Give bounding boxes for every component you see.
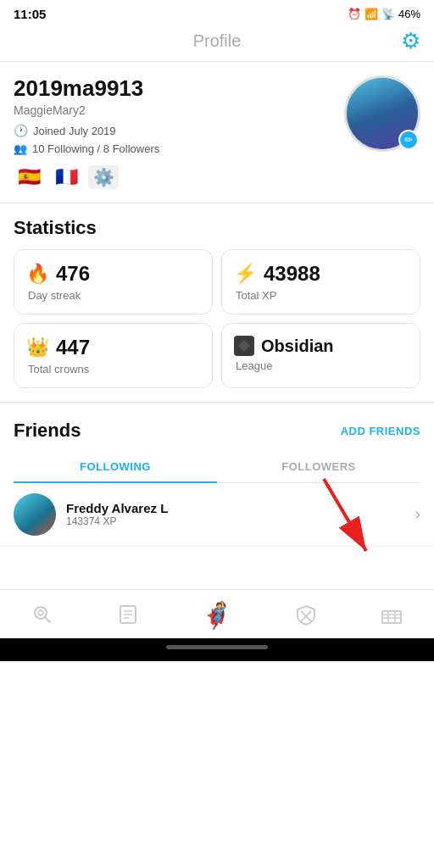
stat-card-crowns: 👑 447 Total crowns bbox=[14, 323, 213, 388]
shield-icon bbox=[294, 603, 318, 626]
wifi-icon: 📶 bbox=[364, 8, 378, 20]
stat-card-xp: ⚡ 43988 Total XP bbox=[221, 249, 420, 314]
username: 2019ma9913 bbox=[14, 75, 344, 102]
crowns-label: Total crowns bbox=[26, 363, 200, 376]
join-date: Joined July 2019 bbox=[33, 125, 116, 137]
friends-header: Friends ADD FRIENDS bbox=[0, 416, 434, 452]
friends-section: Friends ADD FRIENDS FOLLOWING FOLLOWERS … bbox=[0, 416, 434, 547]
display-name: MaggieMary2 bbox=[14, 103, 344, 117]
alarm-icon: ⏰ bbox=[348, 8, 361, 20]
divider-2 bbox=[0, 402, 434, 403]
battery-icon: 46% bbox=[398, 8, 420, 20]
settings-badge[interactable]: ⚙️ bbox=[88, 165, 119, 189]
edit-avatar-button[interactable]: ✏ bbox=[398, 130, 419, 150]
league-value: Obsidian bbox=[261, 337, 334, 356]
tab-following[interactable]: FOLLOWING bbox=[14, 452, 217, 483]
friend-name: Freddy Alvarez L bbox=[66, 501, 415, 515]
profile-info: 2019ma9913 MaggieMary2 🕐 Joined July 201… bbox=[14, 75, 344, 155]
page-title: Profile bbox=[193, 31, 242, 51]
status-bar: 11:05 ⏰ 📶 📡 46% bbox=[0, 0, 434, 25]
settings-gear-icon[interactable]: ⚙ bbox=[401, 28, 420, 54]
friends-title: Friends bbox=[14, 420, 81, 442]
obsidian-icon bbox=[234, 336, 254, 356]
nav-item-learn[interactable] bbox=[106, 599, 150, 630]
stats-grid: 🔥 476 Day streak ⚡ 43988 Total XP 👑 447 … bbox=[0, 249, 434, 402]
signal-icon: 📡 bbox=[381, 8, 395, 20]
crowns-value: 447 bbox=[56, 336, 90, 359]
statistics-section: Statistics 🔥 476 Day streak ⚡ 43988 Tota… bbox=[0, 217, 434, 402]
avatar-container[interactable]: ✏ bbox=[344, 75, 420, 152]
stat-card-streak: 🔥 476 Day streak bbox=[14, 249, 213, 314]
nav-item-shop[interactable] bbox=[370, 599, 414, 630]
friend-avatar bbox=[14, 493, 56, 536]
profile-section: 2019ma9913 MaggieMary2 🕐 Joined July 201… bbox=[0, 62, 434, 155]
divider-1 bbox=[0, 203, 434, 203]
search-icon bbox=[31, 603, 54, 626]
bottom-nav: 🦸 bbox=[0, 589, 434, 638]
fire-icon: 🔥 bbox=[26, 263, 49, 285]
friend-list-item[interactable]: Freddy Alvarez L 143374 XP › bbox=[0, 483, 434, 547]
friend-xp: 143374 XP bbox=[66, 515, 415, 527]
following-count: 10 Following / 8 Followers bbox=[32, 142, 159, 155]
xp-value: 43988 bbox=[264, 262, 320, 286]
spanish-flag[interactable]: 🇪🇸 bbox=[14, 165, 44, 189]
people-icon: 👥 bbox=[14, 142, 27, 155]
league-label: League bbox=[234, 359, 408, 372]
statistics-title: Statistics bbox=[0, 217, 434, 249]
header: Profile ⚙ bbox=[0, 25, 434, 62]
character-icon: 🦸 bbox=[201, 600, 232, 630]
shop-icon bbox=[380, 603, 403, 626]
nav-item-shield[interactable] bbox=[284, 599, 328, 630]
tab-followers[interactable]: FOLLOWERS bbox=[217, 452, 420, 482]
book-icon bbox=[116, 603, 140, 626]
status-time: 11:05 bbox=[14, 7, 46, 21]
crown-icon: 👑 bbox=[26, 337, 49, 359]
stat-card-league: Obsidian League bbox=[221, 323, 420, 388]
friends-tabs: FOLLOWING FOLLOWERS bbox=[14, 452, 420, 483]
join-date-row: 🕐 Joined July 2019 bbox=[14, 124, 344, 137]
status-icons: ⏰ 📶 📡 46% bbox=[348, 8, 420, 20]
friend-info: Freddy Alvarez L 143374 XP bbox=[66, 501, 415, 527]
streak-label: Day streak bbox=[26, 289, 200, 302]
nav-item-search[interactable] bbox=[20, 599, 64, 630]
lightning-icon: ⚡ bbox=[234, 263, 257, 285]
nav-item-character[interactable]: 🦸 bbox=[191, 597, 242, 633]
streak-value: 476 bbox=[56, 262, 90, 286]
home-indicator bbox=[0, 638, 434, 661]
clock-icon: 🕐 bbox=[14, 124, 28, 137]
svg-line-4 bbox=[45, 617, 50, 622]
svg-rect-11 bbox=[382, 611, 401, 623]
followers-row: 👥 10 Following / 8 Followers bbox=[14, 142, 344, 155]
add-friends-button[interactable]: ADD FRIENDS bbox=[341, 425, 420, 437]
french-flag[interactable]: 🇫🇷 bbox=[51, 165, 81, 189]
xp-label: Total XP bbox=[234, 289, 408, 302]
chevron-right-icon: › bbox=[415, 505, 420, 523]
flags-row: 🇪🇸 🇫🇷 ⚙️ bbox=[0, 155, 434, 203]
svg-point-3 bbox=[38, 610, 43, 615]
home-bar bbox=[166, 645, 268, 649]
